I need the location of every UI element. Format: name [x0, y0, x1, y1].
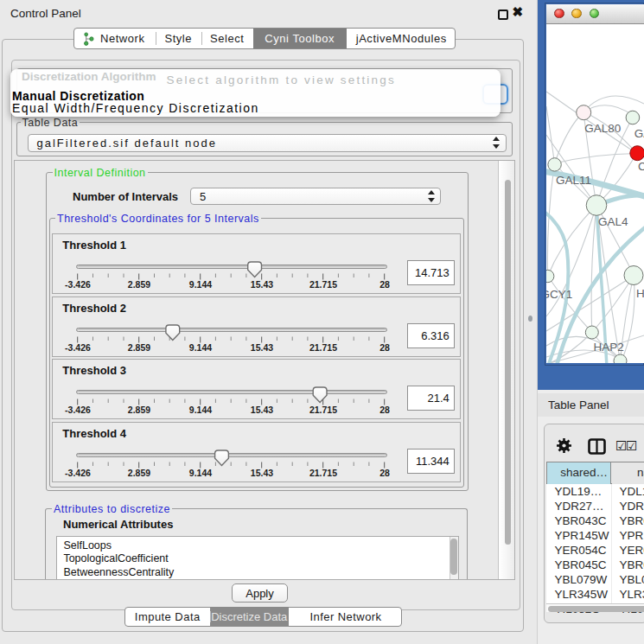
svg-text:GAL11: GAL11: [556, 174, 591, 187]
svg-text:GAL80: GAL80: [584, 121, 621, 134]
svg-text:C: C: [638, 160, 644, 173]
svg-text:GAL4: GAL4: [598, 215, 628, 228]
svg-text:GCY1: GCY1: [546, 288, 572, 301]
svg-text:HAP2: HAP2: [594, 341, 624, 354]
svg-text:GA: GA: [634, 126, 644, 139]
svg-text:H: H: [636, 287, 644, 300]
